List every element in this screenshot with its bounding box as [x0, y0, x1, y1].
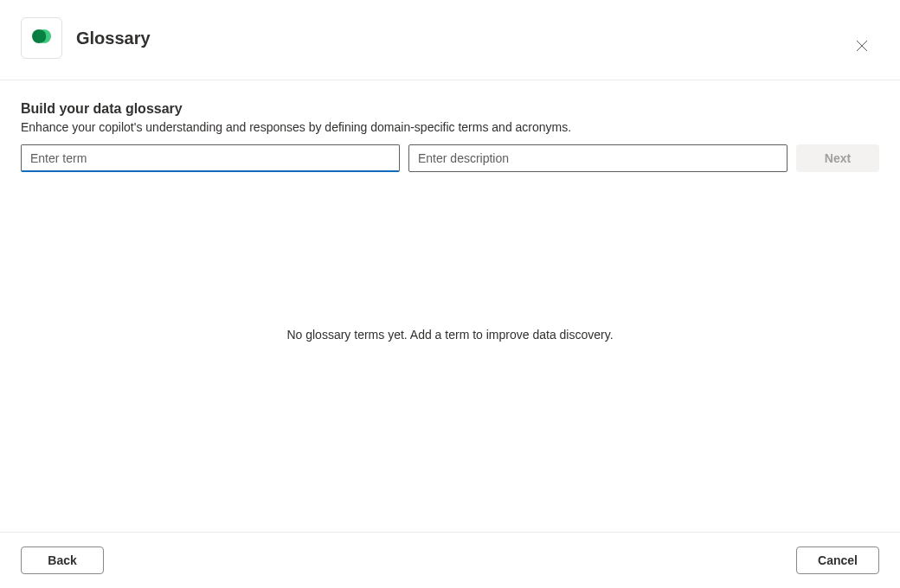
dialog-footer: Back Cancel [0, 532, 900, 588]
dialog-body: Build your data glossary Enhance your co… [0, 80, 900, 532]
term-input[interactable] [21, 144, 400, 172]
glossary-dialog: Glossary Build your data glossary Enhanc… [0, 0, 900, 588]
empty-state-message: No glossary terms yet. Add a term to imp… [286, 328, 613, 342]
description-input[interactable] [408, 144, 788, 172]
close-icon [855, 39, 869, 55]
back-button[interactable]: Back [21, 546, 104, 574]
section-subheading: Enhance your copilot's understanding and… [21, 120, 879, 134]
cancel-button[interactable]: Cancel [796, 546, 879, 574]
empty-state: No glossary terms yet. Add a term to imp… [21, 172, 879, 532]
close-button[interactable] [848, 33, 876, 61]
app-icon-container [21, 17, 62, 59]
dialog-header: Glossary [0, 0, 900, 80]
input-row: Next [21, 144, 879, 172]
section-heading: Build your data glossary [21, 101, 879, 117]
next-button[interactable]: Next [796, 144, 879, 172]
page-title: Glossary [76, 29, 151, 48]
dataverse-icon [29, 24, 54, 52]
